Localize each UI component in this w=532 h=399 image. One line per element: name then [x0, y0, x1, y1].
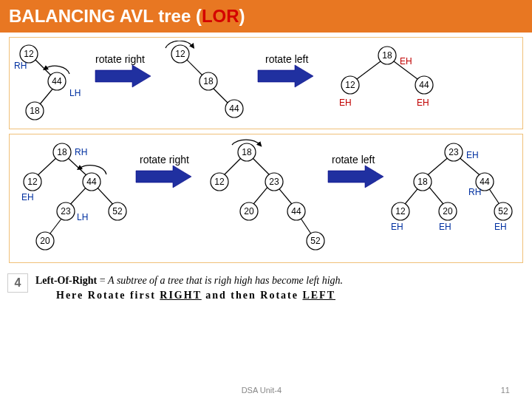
- fig1-stage1: 12 44 18 RH LH: [14, 45, 81, 120]
- caption-text: Left-Of-Right = A subtree of a tree that…: [35, 273, 343, 302]
- fig2-s1-n18: 18: [57, 147, 67, 157]
- fig1-s1-n3: 18: [30, 106, 40, 116]
- fig2-s1-n12: 12: [27, 177, 38, 187]
- fig2-s3-t3: EH: [391, 222, 403, 232]
- fig2-s3-n12: 12: [395, 206, 406, 216]
- fig2-s2-n12: 12: [214, 177, 225, 187]
- fig2-stage2: 18 12 23 20 44 52: [211, 140, 324, 250]
- fig2-s1-n23: 23: [61, 206, 71, 216]
- caption-left: LEFT: [302, 290, 335, 301]
- fig2-s1-n44: 44: [86, 177, 97, 187]
- fig2-s1-n20: 20: [40, 236, 50, 246]
- footer-center: DSA Unit-4: [242, 386, 282, 395]
- figure-2: 18 12 44 23 52 20 RH EH LH rotate right …: [9, 134, 523, 263]
- fig2-arrow2: rotate left: [328, 154, 383, 188]
- fig2-s3-t4: EH: [439, 222, 451, 232]
- caption-mid: and then Rotate: [202, 290, 303, 301]
- footer: DSA Unit-4 11: [0, 386, 532, 395]
- fig2-s3-t1: EH: [466, 150, 479, 160]
- fig1-s3-n2: 12: [345, 80, 355, 90]
- fig1-s3-n1: 18: [382, 50, 392, 61]
- fig1-op2-label: rotate left: [265, 53, 308, 65]
- fig1-s1-t1: RH: [14, 61, 27, 71]
- fig2-s2-n20: 20: [244, 206, 254, 216]
- fig1-s3-t2: EH: [339, 98, 352, 108]
- fig2-s2-n23: 23: [269, 177, 279, 187]
- fig1-s3-n3: 44: [419, 80, 429, 90]
- fig2-s1-tRH: RH: [75, 147, 87, 157]
- fig2-s2-n52: 52: [310, 236, 321, 246]
- fig1-s3-t1: EH: [400, 56, 412, 66]
- fig2-s3-t2: RH: [468, 187, 481, 197]
- fig1-s2-n1: 12: [175, 49, 185, 59]
- caption-number: 4: [7, 273, 28, 293]
- fig1-s2-n2: 18: [203, 76, 214, 86]
- fig2-s1-tLH: LH: [77, 212, 88, 222]
- fig1-stage2: 12 18 44: [166, 41, 243, 117]
- fig2-op2-label: rotate left: [332, 154, 375, 166]
- slide-title: BALANCING AVL tree (LOR): [0, 0, 532, 33]
- fig1-stage3: 18 12 44 EH EH EH: [339, 47, 433, 108]
- footer-page: 11: [501, 386, 510, 395]
- fig2-arrow1: rotate right: [136, 154, 191, 188]
- fig1-s3-t3: EH: [417, 98, 429, 108]
- fig2-op1-label: rotate right: [140, 154, 189, 166]
- fig2-s3-n23: 23: [449, 147, 459, 157]
- fig1-op1-label: rotate right: [95, 53, 145, 65]
- caption-action-pre: Here Rotate first: [56, 290, 160, 301]
- caption-right: RIGHT: [160, 290, 201, 301]
- fig1-arrow1: rotate right: [95, 53, 151, 87]
- title-main: BALANCING AVL tree: [9, 6, 196, 26]
- figure-1-svg: 12 44 18 RH LH rotate right 12 18 44 rot…: [14, 41, 516, 126]
- figure-1: 12 44 18 RH LH rotate right 12 18 44 rot…: [9, 37, 523, 129]
- fig2-s3-n44: 44: [480, 177, 490, 187]
- fig1-s2-n3: 44: [229, 103, 239, 114]
- fig1-s1-n2: 44: [52, 76, 62, 86]
- fig2-s3-t5: EH: [494, 222, 507, 232]
- title-paren-close: ): [239, 6, 245, 26]
- title-paren-open: (: [196, 6, 202, 26]
- fig2-s2-n44: 44: [291, 206, 301, 216]
- svg-line-10: [354, 59, 383, 81]
- fig2-stage1: 18 12 44 23 52 20 RH EH LH: [21, 143, 126, 250]
- fig1-arrow2: rotate left: [258, 53, 313, 87]
- figure-2-svg: 18 12 44 23 52 20 RH EH LH rotate right …: [14, 137, 516, 259]
- fig2-s1-tEH1: EH: [21, 192, 34, 202]
- caption-eq: =: [97, 275, 108, 286]
- caption-row: 4 Left-Of-Right = A subtree of a tree th…: [0, 267, 532, 308]
- caption-desc: A subtree of a tree that is righ high ha…: [108, 275, 343, 286]
- caption-term: Left-Of-Right: [35, 275, 97, 286]
- fig2-s1-n52: 52: [112, 206, 123, 216]
- fig2-s3-n52: 52: [498, 206, 508, 216]
- fig1-s1-n1: 12: [24, 49, 34, 59]
- fig2-s3-n18: 18: [417, 177, 428, 187]
- fig1-s1-t2: LH: [69, 88, 81, 98]
- fig2-s3-n20: 20: [443, 206, 453, 216]
- fig2-s2-n18: 18: [242, 147, 252, 157]
- title-lor: LOR: [202, 6, 239, 26]
- fig2-stage3: 23 18 44 12 20 52 EH RH EH EH EH: [391, 143, 512, 232]
